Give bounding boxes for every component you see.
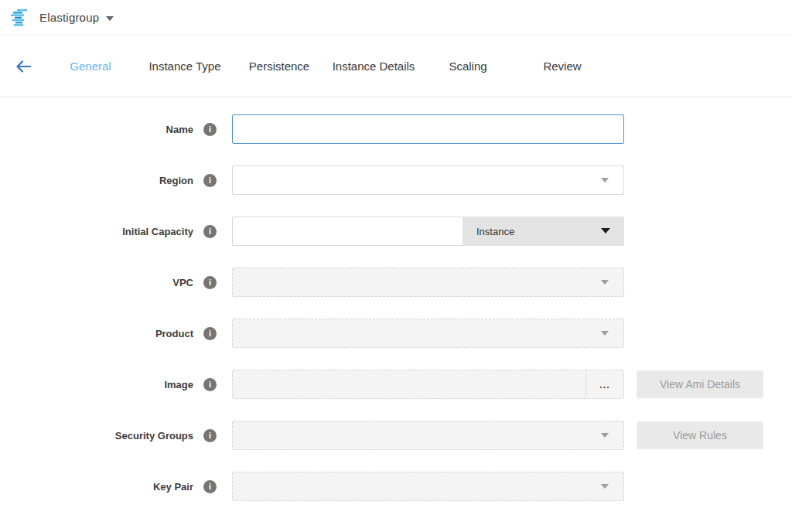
- image-label: Image: [0, 379, 193, 390]
- name-input[interactable]: [232, 114, 624, 144]
- initial-capacity-label: Initial Capacity: [0, 226, 193, 237]
- elastigroup-logo-icon: [10, 9, 30, 26]
- security-groups-select[interactable]: [232, 421, 624, 450]
- tab-instance-type[interactable]: Instance Type: [138, 60, 232, 73]
- arrow-left-icon: [14, 57, 32, 76]
- tab-persistence[interactable]: Persistence: [232, 60, 326, 73]
- image-picker-value: [233, 370, 585, 398]
- info-icon[interactable]: i: [203, 429, 217, 442]
- product-select[interactable]: [232, 319, 624, 348]
- form-row-security-groups: Security Groups i View Rules: [0, 421, 792, 450]
- wizard-step-nav: General Instance Type Persistence Instan…: [0, 36, 792, 97]
- info-icon[interactable]: i: [203, 480, 217, 493]
- tab-review[interactable]: Review: [515, 60, 609, 73]
- form-row-key-pair: Key Pair i: [0, 472, 792, 501]
- form-row-name: Name i: [0, 114, 792, 144]
- info-icon[interactable]: i: [203, 276, 217, 289]
- form-row-region: Region i: [0, 165, 792, 195]
- chevron-down-icon: [106, 16, 114, 21]
- region-label: Region: [0, 175, 193, 186]
- image-picker[interactable]: ...: [232, 370, 624, 399]
- key-pair-select[interactable]: [232, 472, 624, 501]
- info-icon[interactable]: i: [203, 123, 217, 136]
- chevron-down-icon: [601, 433, 609, 438]
- tab-general[interactable]: General: [43, 60, 138, 73]
- view-ami-details-button[interactable]: View Ami Details: [637, 370, 763, 398]
- vpc-select[interactable]: [232, 268, 624, 297]
- app-name: Elastigroup: [39, 11, 99, 24]
- info-icon[interactable]: i: [203, 378, 217, 391]
- form-row-image: Image i ... View Ami Details: [0, 370, 792, 399]
- initial-capacity-input[interactable]: [232, 217, 463, 246]
- form-row-product: Product i: [0, 319, 792, 348]
- back-button[interactable]: [12, 56, 34, 77]
- app-switcher-dropdown[interactable]: Elastigroup: [39, 11, 114, 24]
- info-icon[interactable]: i: [203, 174, 217, 187]
- chevron-down-icon: [601, 484, 609, 489]
- info-icon[interactable]: i: [203, 327, 217, 340]
- top-bar: Elastigroup: [0, 0, 792, 36]
- chevron-down-icon: [601, 178, 609, 182]
- chevron-down-icon: [601, 228, 610, 234]
- tab-scaling[interactable]: Scaling: [421, 60, 515, 73]
- general-settings-form: Name i Region i Initial Capacity i Insta…: [0, 97, 792, 501]
- vpc-label: VPC: [0, 277, 193, 288]
- key-pair-label: Key Pair: [0, 481, 193, 493]
- info-icon[interactable]: i: [203, 225, 217, 238]
- chevron-down-icon: [601, 331, 609, 336]
- name-label: Name: [0, 124, 193, 135]
- chevron-down-icon: [601, 280, 609, 285]
- product-label: Product: [0, 328, 193, 339]
- form-row-vpc: VPC i: [0, 268, 792, 297]
- security-groups-label: Security Groups: [0, 430, 193, 442]
- region-select[interactable]: [232, 165, 624, 195]
- tab-instance-details[interactable]: Instance Details: [326, 60, 421, 73]
- capacity-unit-value: Instance: [476, 226, 514, 237]
- capacity-unit-select[interactable]: Instance: [463, 217, 624, 246]
- form-row-initial-capacity: Initial Capacity i Instance: [0, 217, 792, 246]
- image-browse-button[interactable]: ...: [586, 370, 623, 398]
- wizard-tabs: General Instance Type Persistence Instan…: [43, 60, 609, 73]
- view-rules-button[interactable]: View Rules: [637, 421, 763, 449]
